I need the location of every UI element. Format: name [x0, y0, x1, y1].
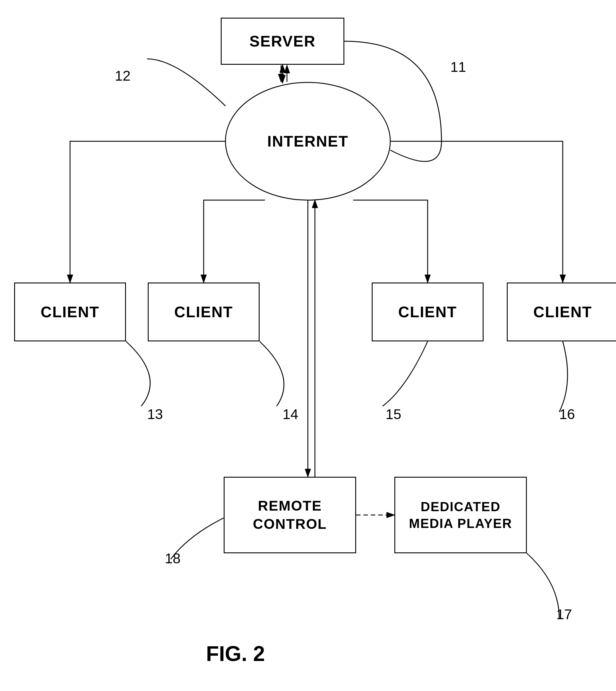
ref-11: 11 [450, 59, 466, 75]
ref-13: 13 [147, 406, 163, 422]
server-label: SERVER [249, 32, 316, 50]
ref-18: 18 [165, 550, 180, 566]
server-box: SERVER [221, 18, 344, 65]
ref-15: 15 [386, 406, 401, 422]
client3-box: CLIENT [372, 283, 484, 341]
diagram: SERVER INTERNET CLIENT CLIENT CLIENT CLI… [0, 0, 616, 691]
ref-17: 17 [556, 606, 572, 622]
client4-label: CLIENT [533, 303, 592, 321]
client4-box: CLIENT [507, 283, 616, 341]
curve-media-ref17 [527, 553, 559, 618]
client2-label: CLIENT [174, 303, 233, 321]
client3-label: CLIENT [398, 303, 457, 321]
curve-client3-ref15 [382, 341, 427, 406]
curve-ref12 [147, 59, 225, 106]
client2-box: CLIENT [148, 283, 260, 341]
line-internet-client4 [390, 141, 563, 283]
ref-16: 16 [559, 406, 575, 422]
fig-caption: FIG. 2 [206, 642, 265, 666]
remote-control-label: REMOTECONTROL [253, 497, 327, 534]
internet-label: INTERNET [249, 118, 367, 165]
client1-label: CLIENT [41, 303, 100, 321]
curve-client4-ref16 [559, 341, 568, 412]
client1-box: CLIENT [14, 283, 126, 341]
curve-client1-ref13 [126, 341, 150, 406]
remote-control-box: REMOTECONTROL [224, 477, 356, 553]
ref-12: 12 [115, 68, 130, 84]
line-internet-client3 [353, 200, 427, 283]
ref-14: 14 [283, 406, 298, 422]
line-internet-client2 [204, 200, 265, 283]
media-player-box: DEDICATEDMEDIA PLAYER [394, 477, 527, 553]
line-internet-client1 [70, 141, 225, 283]
media-player-label: DEDICATEDMEDIA PLAYER [409, 498, 512, 532]
curve-client2-ref14 [260, 341, 284, 406]
